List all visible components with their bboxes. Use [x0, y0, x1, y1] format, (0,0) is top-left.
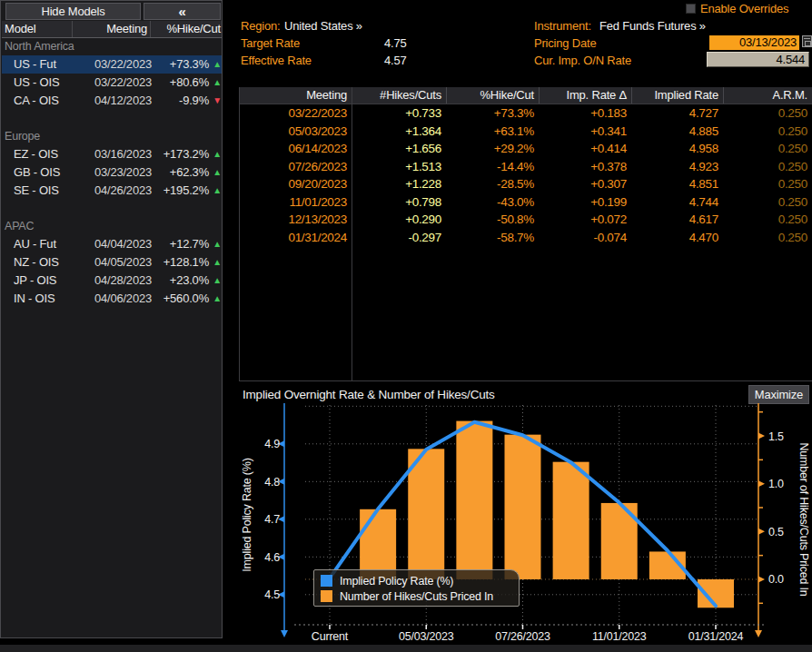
x-axis-label: 11/01/2023 — [592, 630, 647, 643]
enable-overrides-checkbox[interactable] — [686, 4, 696, 14]
bar-series-swatch — [321, 590, 332, 602]
table-cell: 0.250 — [723, 104, 812, 123]
table-cell: +0.072 — [539, 211, 631, 229]
col-model: Model — [2, 21, 73, 37]
table-cell: 0.250 — [723, 193, 812, 212]
model-row-date: 04/12/2023 — [73, 92, 152, 110]
instrument-link[interactable]: Fed Funds Futures » — [599, 19, 706, 34]
up-triangle-icon: ▲ — [209, 74, 222, 92]
table-cell: 4.923 — [631, 158, 723, 176]
model-row-model: GB - OIS — [2, 163, 73, 182]
model-row[interactable]: US - Fut03/22/2023+73.3%▲ — [2, 55, 222, 74]
table-row[interactable]: 12/13/2023+0.290-50.8%+0.0724.6170.250 — [240, 211, 812, 229]
chart-legend[interactable]: Implied Policy Rate (%) Number of Hikes/… — [313, 569, 520, 607]
table-row[interactable]: 11/01/2023+0.798-43.0%+0.1994.7440.250 — [240, 193, 812, 212]
right-axis-arrow-down — [755, 630, 762, 637]
model-row-date: 04/04/2023 — [73, 235, 152, 253]
table-cell: -58.7% — [446, 229, 539, 247]
model-row-date: 03/22/2023 — [73, 74, 152, 92]
table-cell: 03/22/2023 — [240, 104, 352, 123]
table-cell: +0.290 — [352, 211, 446, 229]
calendar-icon[interactable] — [802, 35, 812, 47]
x-axis-label: Current — [312, 630, 349, 643]
up-triangle-icon: ▲ — [209, 253, 222, 272]
table-row[interactable]: 09/20/2023+1.228-28.5%+0.3074.8510.250 — [240, 175, 812, 193]
model-row[interactable]: AU - Fut04/04/2023+12.7%▲ — [2, 235, 222, 253]
maximize-button[interactable]: Maximize — [748, 385, 809, 404]
table-header-cell: Imp. Rate Δ — [539, 87, 631, 104]
table-cell: +0.414 — [539, 140, 631, 158]
table-cell: +1.228 — [352, 175, 446, 193]
model-row-pct: +12.7% — [152, 235, 209, 253]
table-cell: 0.250 — [723, 175, 812, 193]
table-header-cell: Meeting — [240, 87, 352, 104]
model-row[interactable]: JP - OIS04/28/2023+23.0%▲ — [2, 272, 222, 290]
table-cell: 06/14/2023 — [240, 140, 352, 158]
table-cell: +1.656 — [352, 140, 446, 158]
model-row-date: 03/16/2023 — [73, 145, 152, 163]
table-row[interactable]: 06/14/2023+1.656+29.2%+0.4144.9580.250 — [240, 140, 812, 158]
col-meeting: Meeting — [73, 21, 151, 37]
collapse-panel-button[interactable]: « — [144, 3, 221, 20]
table-cell: +0.378 — [539, 158, 631, 176]
up-triangle-icon: ▲ — [209, 163, 222, 182]
chart-title: Implied Overnight Rate & Number of Hikes… — [243, 388, 495, 401]
table-cell: 4.470 — [631, 229, 723, 247]
table-header-cell: %Hike/Cut — [446, 87, 539, 104]
pricing-date-input[interactable]: 03/13/2023 — [708, 35, 800, 51]
right-axis-tick — [758, 576, 765, 582]
wirp-screen: Hide Models « Model Meeting %Hike/Cut No… — [0, 0, 812, 652]
right-axis-tick — [758, 433, 765, 440]
line-series-swatch — [321, 575, 332, 587]
model-row-pct: -9.9% — [152, 92, 209, 110]
model-row[interactable]: EZ - OIS03/16/2023+173.2%▲ — [2, 145, 222, 163]
model-row-model: AU - Fut — [2, 235, 73, 253]
effective-rate-label: Effective Rate — [241, 54, 312, 68]
table-cell: +0.199 — [539, 193, 631, 212]
model-row[interactable]: US - OIS03/22/2023+80.6%▲ — [2, 74, 222, 92]
up-triangle-icon: ▲ — [209, 145, 222, 163]
cur-imp-rate-label: Cur. Imp. O/N Rate — [534, 54, 631, 68]
bar-hikes-cuts — [456, 421, 492, 579]
x-axis-label: 07/26/2023 — [495, 630, 550, 643]
model-row[interactable]: SE - OIS04/26/2023+195.2%▲ — [2, 182, 222, 200]
table-row[interactable]: 03/22/2023+0.733+73.3%+0.1834.7270.250 — [240, 104, 812, 123]
table-cell: 4.885 — [631, 123, 723, 141]
table-cell: -28.5% — [446, 175, 539, 193]
table-row[interactable]: 05/03/2023+1.364+63.1%+0.3414.8850.250 — [240, 123, 812, 141]
table-cell: -50.8% — [446, 211, 539, 229]
model-row[interactable]: GB - OIS03/23/2023+62.3%▲ — [2, 163, 222, 182]
models-list: North AmericaUS - Fut03/22/2023+73.3%▲US… — [2, 38, 222, 326]
model-row[interactable]: CA - OIS04/12/2023-9.9%▼ — [2, 92, 222, 110]
model-row-date: 04/06/2023 — [73, 290, 152, 308]
table-cell: 4.727 — [631, 104, 723, 123]
table-cell: +63.1% — [446, 123, 539, 141]
right-axis-tick — [758, 480, 765, 487]
cur-imp-rate-input[interactable]: 4.544 — [707, 52, 809, 67]
table-row[interactable]: 01/31/2024-0.297-58.7%-0.0744.4700.250 — [240, 229, 812, 247]
model-row[interactable]: NZ - OIS04/05/2023+128.1%▲ — [2, 253, 222, 272]
table-cell: +29.2% — [446, 140, 539, 158]
region-link[interactable]: United States » — [284, 19, 362, 34]
model-row-model: SE - OIS — [2, 182, 73, 200]
left-axis-tick-label: 4.9 — [264, 438, 280, 450]
table-row[interactable]: 07/26/2023+1.513-14.4%+0.3784.9230.250 — [240, 158, 812, 176]
model-row[interactable]: IN - OIS04/06/2023+560.0%▲ — [2, 290, 222, 308]
model-row-date: 04/05/2023 — [73, 253, 152, 272]
hide-models-button[interactable]: Hide Models — [5, 3, 141, 20]
footer-strip — [0, 645, 812, 652]
model-row-model: IN - OIS — [2, 290, 73, 308]
table-cell: 4.958 — [631, 140, 723, 158]
legend-row: Number of Hikes/Cuts Priced In — [321, 588, 519, 604]
legend-row: Implied Policy Rate (%) — [321, 573, 519, 588]
left-axis-tick-label: 4.5 — [264, 588, 280, 601]
group-label: Europe — [2, 128, 222, 145]
right-axis-tick-label: 1.5 — [768, 430, 784, 443]
right-axis-title: Number of Hikes/Cuts Priced In — [797, 442, 810, 596]
meetings-table: Meeting#Hikes/Cuts%Hike/CutImp. Rate ΔIm… — [239, 87, 812, 381]
table-column-divider — [352, 87, 352, 380]
enable-overrides-label: Enable Overrides — [700, 3, 788, 15]
models-panel-buttons: Hide Models « — [1, 1, 222, 20]
table-cell: +0.341 — [539, 123, 631, 141]
table-cell: -0.074 — [539, 229, 631, 247]
